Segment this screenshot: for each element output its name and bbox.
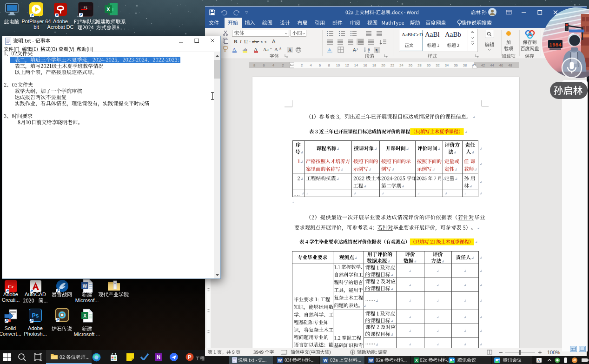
svg-text:Ps: Ps xyxy=(32,312,39,319)
svg-text:A: A xyxy=(232,46,236,52)
svg-text:X: X xyxy=(106,7,110,12)
svg-text:X: X xyxy=(83,313,86,318)
svg-text:Z: Z xyxy=(368,50,370,53)
svg-text:A: A xyxy=(288,47,292,53)
svg-text:ab: ab xyxy=(243,47,247,52)
svg-text:A: A xyxy=(353,47,356,53)
svg-text:A: A xyxy=(274,46,278,52)
svg-text:A: A xyxy=(254,46,258,52)
svg-text:1984: 1984 xyxy=(549,42,562,48)
svg-text:Cc: Cc xyxy=(8,284,14,289)
svg-text:¶: ¶ xyxy=(376,48,378,53)
svg-text:W: W xyxy=(83,284,87,289)
svg-text:F1: F1 xyxy=(84,6,87,9)
svg-text:Aa: Aa xyxy=(263,47,269,52)
svg-text:A: A xyxy=(279,47,282,51)
svg-text:A: A xyxy=(538,359,540,362)
svg-text:P: P xyxy=(188,354,191,360)
